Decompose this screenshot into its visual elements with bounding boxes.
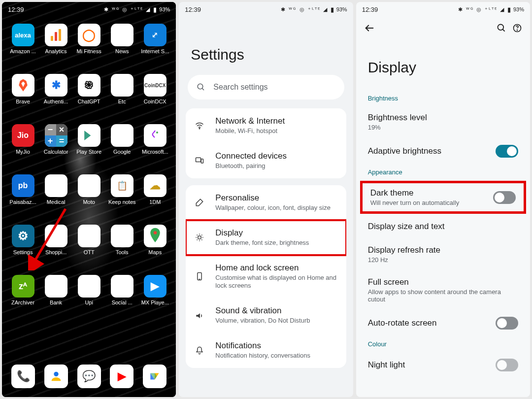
settings-group-connectivity: Network & InternetMobile, Wi-Fi, hotspot… xyxy=(186,108,346,178)
files-icon-tile xyxy=(143,365,166,388)
app-label: Bank xyxy=(41,299,71,305)
help-button[interactable] xyxy=(512,23,522,33)
microsoft-icon[interactable]: Microsoft... xyxy=(139,124,171,172)
keep-notes-icon[interactable]: 📋Keep notes xyxy=(106,174,138,223)
phone-icon xyxy=(195,271,205,281)
dark-theme-toggle[interactable] xyxy=(493,191,516,204)
medical-folder-icon[interactable]: Medical xyxy=(40,174,72,223)
mx-player-icon[interactable]: ▶MX Playe... xyxy=(139,275,171,323)
paisabazaar-icon[interactable]: pbPaisabaz... xyxy=(7,174,39,223)
status-indicators: ✱ ᵂᴳ ◎ ⁺ᴸᵀᴱ ◢ xyxy=(104,6,151,13)
settings-icon[interactable]: ⚙Settings xyxy=(7,225,39,273)
play-store-icon[interactable]: Play Store xyxy=(73,124,105,172)
upi-folder-icon[interactable]: Upi xyxy=(73,275,105,323)
chatgpt-icon[interactable]: ֍ChatGPT xyxy=(73,74,105,122)
ott-folder-icon[interactable]: OTT xyxy=(73,225,105,273)
adaptive-brightness-toggle[interactable] xyxy=(496,145,518,158)
social-folder-icon[interactable]: Social ... xyxy=(106,275,138,323)
display-row[interactable]: DisplayDark theme, font size, brightness xyxy=(186,220,346,255)
night-light-toggle[interactable] xyxy=(496,359,518,371)
internet-speed-icon-tile: ⤢ xyxy=(144,24,166,46)
home-lock-row[interactable]: Home and lock screenCustomise what is di… xyxy=(186,255,346,299)
analytics-icon-tile xyxy=(45,24,67,46)
status-time: 12:39 xyxy=(185,6,201,13)
zarchiver-icon-tile: zᴬ xyxy=(12,275,34,298)
bank-folder-icon[interactable]: Bank xyxy=(40,275,72,323)
settings-icon-tile: ⚙ xyxy=(12,225,34,247)
svg-point-3 xyxy=(54,372,58,376)
brave-icon-tile xyxy=(12,74,34,97)
microsoft-icon-tile xyxy=(144,124,166,147)
row-subtitle: Volume, vibration, Do Not Disturb xyxy=(215,317,337,325)
analytics-icon[interactable]: Analytics xyxy=(40,24,72,72)
coindcx-icon-tile: CoinDCX xyxy=(144,74,166,97)
row-title: Display xyxy=(215,228,337,238)
contacts-icon[interactable] xyxy=(44,365,68,388)
app-label: Upi xyxy=(74,299,104,305)
app-label: Maps xyxy=(140,249,170,255)
app-label: Tools xyxy=(107,249,137,255)
app-label: OTT xyxy=(74,249,104,255)
svg-point-1 xyxy=(154,231,157,234)
authenticator-icon[interactable]: ✱Authenti... xyxy=(40,74,72,122)
app-label: Brave xyxy=(8,99,38,104)
brightness-level-row[interactable]: Brightness level 19% xyxy=(356,106,530,138)
calculator-icon-tile: −×+= xyxy=(45,124,67,147)
page-title: Display xyxy=(356,39,530,91)
myjio-icon[interactable]: JioMyJio xyxy=(7,124,39,172)
back-button[interactable] xyxy=(364,23,375,33)
night-light-row[interactable]: Night light xyxy=(356,352,530,373)
status-bar: 12:39 ✱ ᵂᴳ ◎ ⁺ᴸᵀᴱ ◢ ▮ 93% xyxy=(2,2,176,17)
files-icon[interactable] xyxy=(143,365,166,388)
authenticator-icon-tile: ✱ xyxy=(45,74,67,97)
mi-fitness-icon[interactable]: ◯Mi Fitness xyxy=(73,24,105,72)
refresh-rate-row[interactable]: Display refresh rate 120 Hz xyxy=(356,238,530,270)
sound-row[interactable]: Sound & vibrationVolume, vibration, Do N… xyxy=(186,298,346,333)
news-icon[interactable]: News xyxy=(106,24,138,72)
dark-theme-row[interactable]: Dark theme Will never turn on automatica… xyxy=(360,181,526,214)
moto-folder-icon[interactable]: Moto xyxy=(73,174,105,223)
svg-point-9 xyxy=(198,236,201,239)
auto-rotate-toggle[interactable] xyxy=(496,317,518,330)
etc-folder-icon[interactable]: Etc xyxy=(106,74,138,122)
phone-icon[interactable]: 📞 xyxy=(11,365,35,388)
keep-notes-icon-tile: 📋 xyxy=(111,174,133,197)
personalise-row[interactable]: PersonaliseWallpaper, colour, icon, font… xyxy=(186,185,346,220)
messages-icon[interactable]: 💬 xyxy=(77,365,101,388)
phone-icon-tile: 📞 xyxy=(11,365,35,388)
network-internet-row[interactable]: Network & InternetMobile, Wi-Fi, hotspot xyxy=(186,108,346,143)
search-button[interactable] xyxy=(497,23,506,33)
messages-icon-tile: 💬 xyxy=(77,365,101,388)
app-label: Calculator xyxy=(41,149,71,155)
zarchiver-icon[interactable]: zᴬZArchiver xyxy=(7,275,39,323)
svg-point-4 xyxy=(198,84,203,89)
contacts-icon-tile xyxy=(44,365,68,388)
maps-icon[interactable]: Maps xyxy=(139,225,171,273)
status-battery: 93% xyxy=(513,6,524,12)
full-screen-row[interactable]: Full screen Allow apps to show content a… xyxy=(356,270,530,310)
search-placeholder: Search settings xyxy=(213,83,267,92)
1dm-icon[interactable]: ☁1DM xyxy=(139,174,171,223)
adaptive-brightness-row[interactable]: Adaptive brightness xyxy=(356,138,530,165)
search-settings-input[interactable]: Search settings xyxy=(188,75,344,100)
shopping-folder-icon[interactable]: Shoppi... xyxy=(40,225,72,273)
auto-rotate-row[interactable]: Auto-rotate screen xyxy=(356,310,530,336)
tools-folder-icon[interactable]: Tools xyxy=(106,225,138,273)
display-size-row[interactable]: Display size and text xyxy=(356,215,530,238)
internet-speed-icon[interactable]: ⤢Internet S... xyxy=(139,24,171,72)
coindcx-icon[interactable]: CoinDCXCoinDCX xyxy=(139,74,171,122)
connected-devices-row[interactable]: Connected devicesBluetooth, pairing xyxy=(186,143,346,178)
row-title: Personalise xyxy=(215,193,337,203)
notifications-row[interactable]: NotificationsNotification history, conve… xyxy=(186,333,346,368)
bell-icon xyxy=(195,346,205,356)
calculator-icon[interactable]: −×+=Calculator xyxy=(40,124,72,172)
section-colour: Colour xyxy=(356,336,530,352)
amazon-alexa-icon[interactable]: alexaAmazon ... xyxy=(7,24,39,72)
brave-icon[interactable]: Brave xyxy=(7,74,39,122)
youtube-icon[interactable]: ▶ xyxy=(110,365,133,388)
etc-folder-icon-tile xyxy=(111,74,133,97)
devices-icon xyxy=(195,156,205,166)
status-time: 12:39 xyxy=(362,6,378,13)
svg-line-5 xyxy=(202,88,204,90)
google-folder-icon[interactable]: Google xyxy=(106,124,138,172)
